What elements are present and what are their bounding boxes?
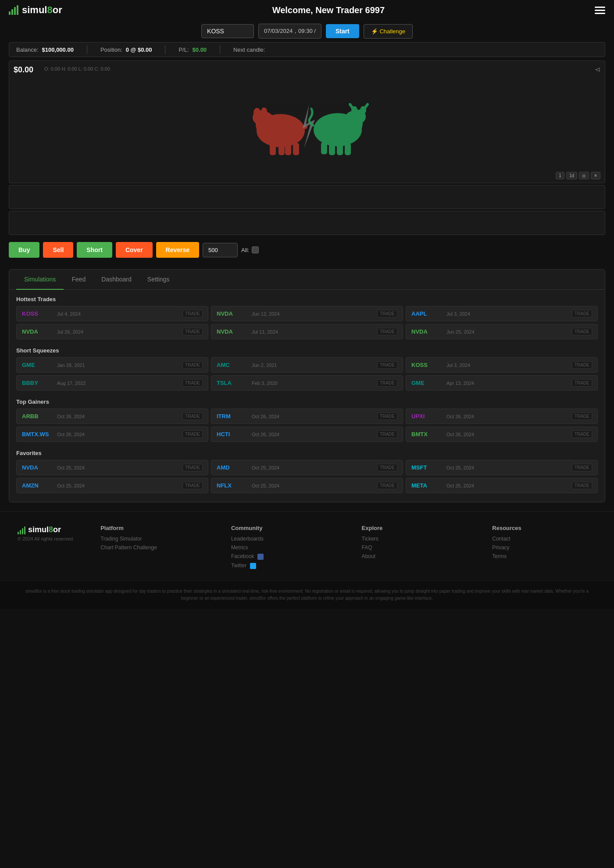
trade-card[interactable]: AMCJun 2, 2021TRADE bbox=[211, 357, 403, 373]
trade-card[interactable]: BBBYAug 17, 2022TRADE bbox=[16, 375, 208, 391]
position-item: Position: 0 @ $0.00 bbox=[100, 46, 152, 53]
footer-link-twitter[interactable]: Twitter bbox=[231, 562, 336, 569]
trade-badge: TRADE bbox=[377, 482, 397, 489]
trade-card[interactable]: BMTXOct 26, 2024TRADE bbox=[406, 427, 598, 442]
trade-card[interactable]: UPXIOct 26, 2024TRADE bbox=[406, 409, 598, 424]
footer-link-about[interactable]: About bbox=[362, 553, 466, 559]
share-icon[interactable]: ⊲ bbox=[595, 65, 600, 74]
footer-explore-title: Explore bbox=[362, 525, 466, 531]
trade-ticker: NVDA bbox=[22, 464, 53, 471]
trade-card[interactable]: TSLAFeb 3, 2020TRADE bbox=[211, 375, 403, 391]
trade-card[interactable]: NVDAOct 25, 2024TRADE bbox=[16, 460, 208, 475]
footer-explore: Explore Tickers FAQ About bbox=[362, 525, 466, 572]
svg-point-4 bbox=[261, 107, 267, 115]
trade-card[interactable]: AAPLJul 3, 2024TRADE bbox=[406, 306, 598, 321]
trade-date: Jun 2, 2021 bbox=[252, 363, 373, 368]
datetime-text: 07/03/2024，09:30 / bbox=[264, 27, 316, 35]
trade-card[interactable]: NVDAJun 25, 2024TRADE bbox=[406, 324, 598, 339]
trade-card[interactable]: KOSSJul 4, 2024TRADE bbox=[16, 306, 208, 321]
menu-button[interactable] bbox=[595, 7, 605, 14]
trade-date: Oct 25, 2024 bbox=[252, 465, 373, 470]
trade-ticker: NVDA bbox=[217, 310, 247, 317]
trade-ticker: KOSS bbox=[22, 310, 53, 317]
trade-card[interactable]: AMDOct 25, 2024TRADE bbox=[211, 460, 403, 475]
trade-card[interactable]: ARBBOct 26, 2024TRADE bbox=[16, 409, 208, 424]
trade-card[interactable]: MSFTOct 25, 2024TRADE bbox=[406, 460, 598, 475]
trade-badge: TRADE bbox=[377, 379, 397, 387]
trade-ticker: HCTI bbox=[217, 431, 247, 438]
trade-ticker: GME bbox=[22, 362, 53, 368]
footer-link-chart-pattern[interactable]: Chart Pattern Challenge bbox=[100, 544, 205, 551]
svg-line-17 bbox=[363, 104, 368, 110]
chart-ohlc: O: 0.00 H: 0.00 L: 0.00 C: 0.00 bbox=[44, 66, 110, 71]
reverse-button[interactable]: Reverse bbox=[156, 242, 200, 258]
trade-date: Oct 26, 2024 bbox=[446, 432, 568, 437]
ticker-input[interactable] bbox=[201, 24, 254, 38]
footer-disclaimer: simul8or is a free stock trading simulat… bbox=[0, 580, 614, 609]
trade-date: Oct 26, 2024 bbox=[252, 414, 373, 419]
svg-rect-7 bbox=[285, 144, 291, 155]
trade-ticker: AMZN bbox=[22, 482, 53, 489]
trade-date: Jan 28, 2021 bbox=[57, 363, 178, 368]
footer-logo-icon bbox=[18, 525, 25, 534]
favorites-title: Favorites bbox=[9, 444, 605, 460]
trade-card[interactable]: GMEJan 28, 2021TRADE bbox=[16, 357, 208, 373]
chart-tool-close[interactable]: ✕ bbox=[591, 172, 600, 179]
footer-link-faq[interactable]: FAQ bbox=[362, 544, 466, 551]
trade-badge: TRADE bbox=[572, 379, 592, 387]
sell-button[interactable]: Sell bbox=[43, 242, 73, 258]
chart-tool-1d[interactable]: 1d bbox=[566, 172, 577, 179]
footer-link-privacy[interactable]: Privacy bbox=[492, 544, 596, 551]
trade-ticker: NVDA bbox=[22, 328, 53, 335]
trade-card[interactable]: NVDAJun 12, 2024TRADE bbox=[211, 306, 403, 321]
trade-card[interactable]: BMTX.WSOct 26, 2024TRADE bbox=[16, 427, 208, 442]
trade-badge: TRADE bbox=[572, 328, 592, 335]
chart-price: $0.00 bbox=[14, 65, 33, 75]
trade-card[interactable]: NFLXOct 25, 2024TRADE bbox=[211, 478, 403, 493]
tab-feed[interactable]: Feed bbox=[64, 270, 93, 290]
footer-link-leaderboards[interactable]: Leaderboards bbox=[231, 536, 336, 542]
trade-card[interactable]: HCTIOct 26, 2024TRADE bbox=[211, 427, 403, 442]
trade-date: Oct 26, 2024 bbox=[446, 414, 568, 419]
trade-card[interactable]: AMZNOct 25, 2024TRADE bbox=[16, 478, 208, 493]
trade-buttons: Buy Sell Short Cover Reverse All: bbox=[0, 235, 614, 265]
all-checkbox[interactable] bbox=[252, 246, 259, 253]
trade-ticker: NVDA bbox=[411, 328, 442, 335]
footer-link-terms[interactable]: Terms bbox=[492, 553, 596, 559]
favorites-grid: NVDAOct 25, 2024TRADE AMDOct 25, 2024TRA… bbox=[9, 460, 605, 493]
footer-link-facebook[interactable]: Facebook bbox=[231, 553, 336, 560]
start-button[interactable]: Start bbox=[326, 24, 359, 38]
short-button[interactable]: Short bbox=[77, 242, 112, 258]
trade-card[interactable]: NVDAJul 11, 2024TRADE bbox=[211, 324, 403, 339]
trade-badge: TRADE bbox=[572, 361, 592, 369]
tab-settings[interactable]: Settings bbox=[139, 270, 178, 290]
balance-label: Balance: bbox=[16, 46, 39, 53]
trade-ticker: BMTX bbox=[411, 431, 442, 438]
trade-date: Apr 13, 2024 bbox=[446, 381, 568, 386]
trade-card[interactable]: NVDAJul 26, 2024TRADE bbox=[16, 324, 208, 339]
footer-link-trading-simulator[interactable]: Trading Simulator bbox=[100, 536, 205, 542]
trade-badge: TRADE bbox=[377, 430, 397, 438]
trade-date: Jul 26, 2024 bbox=[57, 329, 178, 334]
footer-link-tickers[interactable]: Tickers bbox=[362, 536, 466, 542]
trade-date: Oct 25, 2024 bbox=[57, 465, 178, 470]
trade-card[interactable]: GMEApr 13, 2024TRADE bbox=[406, 375, 598, 391]
tab-simulations[interactable]: Simulations bbox=[16, 270, 64, 290]
footer-link-metrics[interactable]: Metrics bbox=[231, 544, 336, 551]
chart-tool-1[interactable]: 1 bbox=[556, 172, 564, 179]
sim-panel: Simulations Feed Dashboard Settings Hott… bbox=[9, 269, 605, 502]
short-squeezes-grid: GMEJan 28, 2021TRADE AMCJun 2, 2021TRADE… bbox=[9, 357, 605, 391]
chart-tool-target[interactable]: ◎ bbox=[579, 172, 589, 179]
trade-badge: TRADE bbox=[182, 464, 203, 471]
tab-dashboard[interactable]: Dashboard bbox=[93, 270, 139, 290]
quantity-input[interactable] bbox=[203, 243, 238, 257]
trade-card[interactable]: ITRMOct 26, 2024TRADE bbox=[211, 409, 403, 424]
cover-button[interactable]: Cover bbox=[116, 242, 153, 258]
svg-line-16 bbox=[350, 104, 354, 110]
trade-card[interactable]: METAOct 25, 2024TRADE bbox=[406, 478, 598, 493]
footer-link-contact[interactable]: Contact bbox=[492, 536, 596, 542]
buy-button[interactable]: Buy bbox=[9, 242, 39, 258]
trade-card[interactable]: KOSSJul 3, 2024TRADE bbox=[406, 357, 598, 373]
challenge-button[interactable]: ⚡ Challenge bbox=[364, 24, 413, 39]
trade-date: Oct 26, 2024 bbox=[57, 414, 178, 419]
